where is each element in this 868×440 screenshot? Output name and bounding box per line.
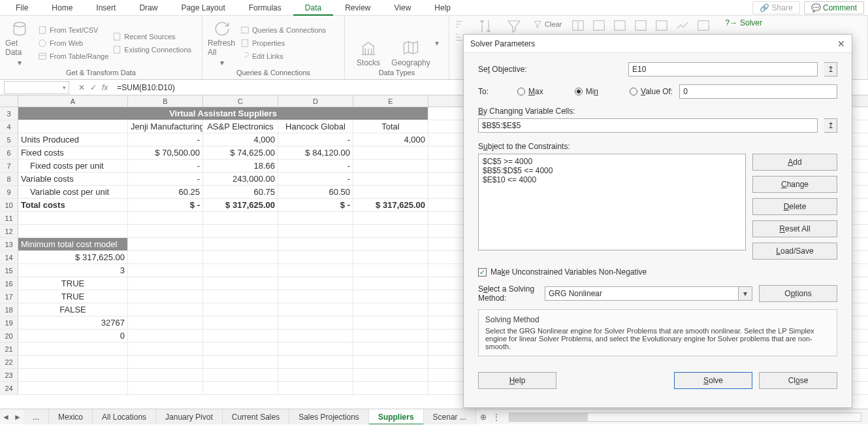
help-button[interactable]: Help — [478, 372, 556, 389]
cell[interactable] — [353, 225, 428, 237]
cell[interactable]: Minimum total cost model — [18, 238, 128, 250]
row-header[interactable]: 18 — [0, 303, 18, 316]
sheet-january-pivot[interactable]: January Pivot — [156, 409, 223, 425]
cell[interactable] — [278, 290, 353, 303]
cell[interactable]: 4,000 — [353, 133, 428, 146]
tab-view[interactable]: View — [383, 0, 423, 16]
cell[interactable] — [278, 382, 353, 394]
cell[interactable] — [278, 316, 353, 329]
cell[interactable] — [278, 330, 353, 342]
row-header[interactable]: 14 — [0, 251, 18, 263]
cell[interactable] — [278, 264, 353, 277]
cell[interactable] — [278, 356, 353, 368]
tab-home[interactable]: Home — [40, 0, 84, 16]
refresh-all-button[interactable]: Refresh All▾ — [208, 18, 236, 67]
cell[interactable] — [203, 382, 278, 394]
flash-fill-icon[interactable] — [592, 18, 606, 33]
sheet-scenar[interactable]: Scenar ... — [424, 409, 476, 425]
enter-formula-icon[interactable]: ✓ — [90, 83, 97, 92]
cell[interactable] — [128, 330, 203, 342]
existing-connections[interactable]: Existing Connections — [112, 44, 191, 56]
cell[interactable]: Fixed costs per unit — [18, 160, 128, 172]
cell[interactable] — [203, 356, 278, 368]
row-header[interactable]: 4 — [0, 120, 18, 133]
cell[interactable] — [353, 382, 428, 394]
cell[interactable] — [353, 146, 428, 159]
reset-all-button[interactable]: Reset All — [752, 220, 837, 237]
row-header[interactable]: 6 — [0, 146, 18, 159]
col-header-e[interactable]: E — [353, 95, 428, 107]
cell[interactable] — [128, 290, 203, 303]
cell[interactable] — [278, 251, 353, 263]
cell[interactable] — [203, 303, 278, 316]
data-validation-icon[interactable] — [634, 18, 648, 33]
row-header[interactable]: 10 — [0, 199, 18, 211]
cell[interactable]: - — [128, 173, 203, 185]
cell[interactable] — [203, 264, 278, 277]
share-button[interactable]: 🔗 Share — [752, 1, 799, 14]
cell[interactable] — [203, 212, 278, 224]
cell[interactable] — [353, 238, 428, 250]
options-button[interactable]: Options — [759, 285, 837, 302]
changing-cells-input[interactable]: $B$5:$E$5 — [478, 118, 818, 133]
cell[interactable]: Total costs — [18, 199, 128, 211]
cell[interactable] — [203, 251, 278, 263]
whatif-icon[interactable] — [654, 18, 669, 33]
cell[interactable] — [278, 225, 353, 237]
constraint-item[interactable]: $E$10 <= 4000 — [483, 175, 741, 184]
row-header[interactable]: 3 — [0, 107, 18, 120]
cell[interactable]: TRUE — [18, 277, 128, 290]
cell[interactable]: Total — [353, 120, 428, 133]
cell[interactable]: 3 — [18, 264, 128, 277]
cell[interactable] — [203, 277, 278, 290]
cell[interactable] — [203, 369, 278, 381]
get-data-button[interactable]: Get Data▾ — [5, 18, 34, 67]
cell[interactable] — [353, 212, 428, 224]
cell[interactable] — [203, 290, 278, 303]
edit-links[interactable]: Edit Links — [240, 50, 326, 62]
cell[interactable]: Variable costs — [18, 173, 128, 185]
recent-sources[interactable]: Recent Sources — [112, 31, 191, 42]
cell[interactable] — [128, 382, 203, 394]
cell[interactable] — [18, 212, 128, 224]
cell[interactable] — [353, 316, 428, 329]
geography-button[interactable]: Geography — [391, 18, 431, 67]
cell[interactable]: 60.50 — [278, 186, 353, 198]
tab-draw[interactable]: Draw — [127, 0, 169, 16]
cell[interactable]: - — [278, 173, 353, 185]
cell[interactable]: 18.66 — [203, 160, 278, 172]
cell[interactable] — [203, 343, 278, 355]
cell[interactable]: 243,000.00 — [203, 173, 278, 185]
add-constraint-button[interactable]: Add — [752, 154, 837, 171]
row-header[interactable]: 24 — [0, 382, 18, 394]
cell[interactable]: 0 — [18, 330, 128, 342]
col-header-a[interactable]: A — [18, 95, 128, 107]
tab-help[interactable]: Help — [423, 0, 462, 16]
cell[interactable]: FALSE — [18, 303, 128, 316]
unconstrained-checkbox[interactable]: ✓Make Unconstrained Variables Non-Negati… — [478, 267, 837, 277]
row-header[interactable]: 17 — [0, 290, 18, 303]
cell[interactable] — [203, 238, 278, 250]
cell[interactable] — [353, 369, 428, 381]
change-constraint-button[interactable]: Change — [752, 176, 837, 193]
cell[interactable]: Fixed costs — [18, 146, 128, 159]
tab-formulas[interactable]: Formulas — [237, 0, 293, 16]
cell[interactable]: AS&P Electronics — [203, 120, 278, 133]
cell[interactable]: $ 317,625.00 — [353, 199, 428, 211]
cell[interactable] — [18, 343, 128, 355]
stocks-button[interactable]: Stocks — [350, 18, 387, 67]
cell[interactable]: $ 317,625.00 — [18, 251, 128, 263]
cell[interactable]: 60.75 — [203, 186, 278, 198]
cell[interactable] — [18, 356, 128, 368]
cell[interactable] — [353, 251, 428, 263]
tab-insert[interactable]: Insert — [84, 0, 127, 16]
cell[interactable] — [128, 238, 203, 250]
row-header[interactable]: 20 — [0, 330, 18, 342]
from-table-range[interactable]: From Table/Range — [38, 50, 108, 62]
radio-max[interactable]: Max — [517, 87, 543, 96]
close-icon[interactable]: ✕ — [837, 39, 845, 49]
add-sheet[interactable]: ⊕ — [476, 413, 490, 422]
cell[interactable] — [203, 316, 278, 329]
tab-file[interactable]: File — [4, 0, 40, 16]
tab-page-layout[interactable]: Page Layout — [169, 0, 236, 16]
